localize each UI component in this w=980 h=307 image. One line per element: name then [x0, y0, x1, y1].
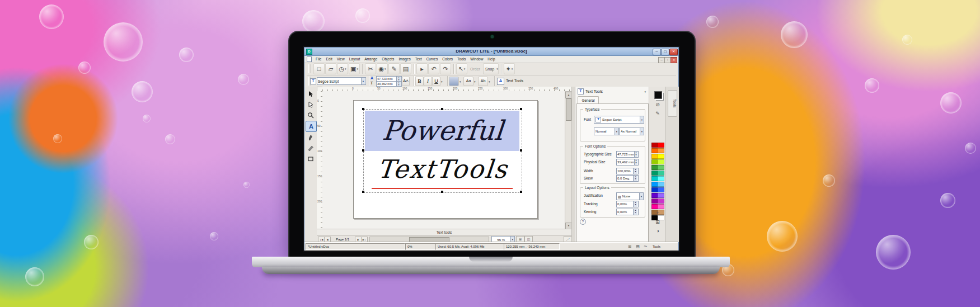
- palette-options-icon[interactable]: ⊞: [654, 219, 662, 225]
- chevron-down-icon[interactable]: ▾: [441, 80, 443, 83]
- kerning-field[interactable]: 0,00%: [616, 209, 639, 215]
- bold-button[interactable]: B: [415, 77, 424, 86]
- selection-mode-button[interactable]: ↖▾: [456, 63, 467, 74]
- palette-color[interactable]: [658, 171, 664, 176]
- knife-tool[interactable]: [306, 143, 316, 153]
- menu-curves[interactable]: Curves: [424, 56, 440, 63]
- chevron-down-icon[interactable]: ▾: [474, 80, 476, 83]
- vertical-scroll-thumb[interactable]: [566, 98, 571, 121]
- chevron-down-icon[interactable]: ▾: [459, 80, 461, 83]
- output-device-button[interactable]: ✦▾: [504, 63, 515, 74]
- cutter-button[interactable]: ✂: [365, 63, 376, 74]
- chevron-down-icon[interactable]: ▾: [496, 67, 498, 70]
- menu-view[interactable]: View: [335, 56, 347, 63]
- palette-color[interactable]: [658, 148, 664, 153]
- text-tool-active[interactable]: A: [306, 121, 317, 132]
- spinner-icon[interactable]: [633, 209, 637, 215]
- add-color-icon[interactable]: +: [654, 210, 662, 216]
- text-line-2[interactable]: TextTools: [362, 152, 523, 187]
- tracking-field[interactable]: 0,00%: [616, 201, 639, 207]
- save-button[interactable]: ▣▾: [349, 63, 360, 74]
- menu-arrange[interactable]: Arrange: [362, 56, 379, 63]
- preview-button[interactable]: ▸: [416, 63, 428, 74]
- chevron-down-icon[interactable]: ▾: [615, 128, 618, 135]
- menu-edit[interactable]: Edit: [323, 56, 334, 63]
- import-button[interactable]: ◷▾: [337, 63, 348, 74]
- palette-color[interactable]: [658, 159, 664, 164]
- close-button[interactable]: ✕: [669, 49, 678, 55]
- increase-size-button[interactable]: A˄: [402, 77, 410, 86]
- snap-button[interactable]: Snap▾: [483, 63, 499, 74]
- shape-tool[interactable]: [306, 154, 316, 164]
- wrench-icon[interactable]: ✑: [643, 244, 649, 249]
- text-line-1[interactable]: Powerful: [362, 111, 523, 150]
- change-case-button[interactable]: Aa: [463, 77, 473, 86]
- spinner-icon[interactable]: [396, 77, 401, 81]
- spinner-icon[interactable]: [633, 201, 637, 207]
- palette-color[interactable]: [658, 154, 664, 159]
- panel-physical-size-field[interactable]: 33,462 mm: [616, 159, 639, 166]
- spinner-icon[interactable]: [633, 176, 637, 181]
- chevron-down-icon[interactable]: ▾: [640, 116, 644, 123]
- palette-color[interactable]: [658, 187, 664, 192]
- new-document-button[interactable]: □: [313, 63, 325, 74]
- maximize-button[interactable]: ▢: [661, 49, 669, 55]
- menu-images[interactable]: Images: [396, 56, 412, 63]
- selection-handle[interactable]: [362, 191, 364, 193]
- layers-icon[interactable]: ▤: [635, 244, 641, 249]
- skew-field[interactable]: 0,0 Deg.: [616, 175, 639, 182]
- menu-tools[interactable]: Tools: [455, 56, 468, 63]
- chevron-down-icon[interactable]: ▾: [489, 80, 490, 83]
- panel-typographic-size-field[interactable]: 47,723 mm: [616, 151, 639, 158]
- panel-header[interactable]: T Text Tools ▾: [578, 88, 647, 95]
- chevron-down-icon[interactable]: ▾: [361, 78, 365, 84]
- text-object-frame[interactable]: Powerful TextTools: [363, 109, 522, 193]
- redo-button[interactable]: ↷: [440, 63, 451, 74]
- menu-help[interactable]: Help: [485, 56, 497, 63]
- no-color-icon[interactable]: ⊘: [654, 101, 662, 108]
- panel-font-combo[interactable]: T Segoe Script ▾: [594, 116, 644, 124]
- menu-text[interactable]: Text: [413, 56, 424, 63]
- palette-color[interactable]: [658, 143, 664, 148]
- font-stretch-combo[interactable]: As Normal ▾: [619, 127, 644, 135]
- font-family-combo[interactable]: Segoe Script ▾: [317, 77, 366, 85]
- pen-button[interactable]: ✎: [388, 63, 400, 74]
- chevron-down-icon[interactable]: ▾: [640, 128, 644, 135]
- chevron-down-icon[interactable]: ▾: [345, 67, 346, 70]
- text-color-button[interactable]: [449, 77, 459, 86]
- canvas-area[interactable]: Powerful TextTools: [322, 91, 565, 229]
- palette-color[interactable]: [658, 165, 664, 170]
- menu-objects[interactable]: Objects: [379, 56, 396, 63]
- minimize-button[interactable]: ─: [653, 49, 661, 55]
- kerning-pairs-button[interactable]: Ab: [478, 77, 488, 86]
- select-tool[interactable]: [306, 89, 316, 99]
- physical-size-field[interactable]: 33,462 mm: [376, 81, 402, 87]
- palette-color[interactable]: [658, 176, 664, 181]
- spinner-icon[interactable]: [634, 159, 637, 165]
- chevron-down-icon[interactable]: ▾: [644, 90, 646, 93]
- chevron-down-icon[interactable]: ▾: [512, 67, 513, 70]
- zoom-tool[interactable]: [306, 110, 316, 120]
- grid-icon[interactable]: ⊞: [627, 244, 633, 249]
- chevron-down-icon[interactable]: ▾: [357, 67, 358, 70]
- palette-color[interactable]: [658, 182, 664, 187]
- spinner-icon[interactable]: [396, 82, 401, 86]
- menu-file[interactable]: File: [313, 56, 323, 63]
- open-document-button[interactable]: ▱: [325, 63, 336, 74]
- chevron-down-icon[interactable]: ▾: [639, 193, 643, 200]
- selection-handle[interactable]: [441, 108, 443, 110]
- document-page[interactable]: Powerful TextTools: [353, 100, 538, 219]
- current-color-swatch[interactable]: [654, 91, 662, 99]
- node-edit-tool[interactable]: [306, 100, 316, 110]
- menu-window[interactable]: Window: [468, 56, 485, 63]
- tools-docker-tab[interactable]: Tools: [668, 90, 677, 117]
- underline-button[interactable]: U: [432, 77, 440, 86]
- fill-color-button[interactable]: ◉▾: [377, 63, 388, 74]
- width-field[interactable]: 100,00%: [616, 168, 639, 174]
- print-button[interactable]: ▤: [400, 63, 411, 74]
- chevron-down-icon[interactable]: ▾: [385, 67, 386, 70]
- status-tools-label[interactable]: Tools: [650, 243, 677, 250]
- spinner-icon[interactable]: [634, 152, 637, 157]
- text-tools-button[interactable]: Text Tools: [506, 79, 523, 83]
- italic-button[interactable]: I: [424, 77, 432, 86]
